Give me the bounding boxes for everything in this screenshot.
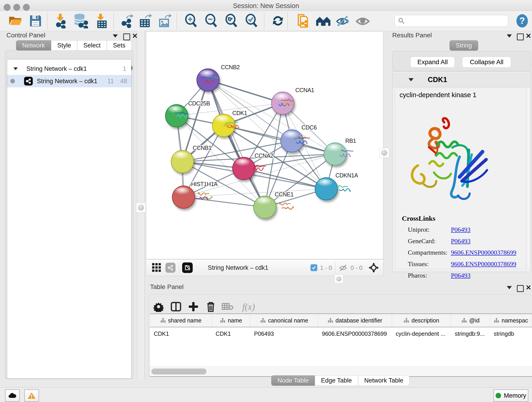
column-header-canonical-name[interactable]: canonical name (250, 314, 318, 327)
show-all-button[interactable] (355, 13, 371, 29)
grid-view-icon[interactable] (152, 263, 162, 273)
tab-string[interactable]: String (450, 40, 478, 51)
crosslink-row: Pharos:P06493 (408, 272, 522, 279)
status-bar: Memory (0, 387, 532, 402)
export-image-button[interactable] (157, 13, 173, 29)
table-row[interactable]: CDK1CDK1P064939606.ENSP00000378699cyclin… (150, 327, 532, 340)
crosslink-value-link[interactable]: 9606.ENSP00000378699 (451, 249, 516, 256)
warnings-button[interactable] (24, 389, 39, 402)
expand-all-button[interactable]: Expand All (410, 57, 455, 68)
tab-style[interactable]: Style (51, 40, 77, 51)
fit-content-crosshair-icon[interactable] (368, 262, 379, 273)
collapse-all-button[interactable]: Collapse All (462, 57, 511, 68)
tab-select[interactable]: Select (77, 40, 107, 51)
network-node-CDK1[interactable]: CDK1 (212, 110, 247, 137)
column-header-shared-name[interactable]: shared name (150, 314, 212, 327)
column-header-database-identifier[interactable]: database identifier (318, 314, 392, 327)
collection-expand-caret-icon[interactable] (13, 67, 18, 70)
zoom-in-button[interactable] (183, 13, 199, 29)
zoom-selected-button[interactable] (244, 13, 260, 29)
results-panel-float-icon[interactable] (517, 33, 524, 40)
cloud-button[interactable] (5, 389, 20, 402)
crosslink-row: Compartments:9606.ENSP00000378699 (408, 249, 522, 256)
table-panel-float-icon[interactable] (517, 285, 524, 292)
control-panel-menu-icon[interactable] (113, 34, 118, 38)
crosslink-value-link[interactable]: P06493 (451, 226, 471, 233)
network-edge[interactable] (208, 80, 265, 207)
delete-column-button[interactable] (203, 299, 218, 314)
table-cell[interactable]: CDK1 (150, 327, 212, 340)
table-tab-edge-table[interactable]: Edge Table (315, 375, 358, 386)
crosslink-value-link[interactable]: 9606.ENSP00000378699 (451, 260, 516, 268)
save-session-button[interactable] (27, 13, 44, 29)
network-row[interactable]: String Network – cdk1 11 48 (7, 75, 131, 87)
network-collection-row[interactable]: String Network – cdk1 1 (7, 63, 131, 75)
results-scrollbar[interactable] (527, 88, 530, 269)
search-input[interactable] (405, 17, 504, 25)
function-builder-button[interactable]: f(x) (238, 299, 259, 314)
warning-icon (27, 392, 36, 399)
column-header-name[interactable]: name (212, 314, 250, 327)
table-cell[interactable]: cyclin-dependent ... (392, 327, 451, 340)
network-node-HIST1H1A[interactable]: HIST1H1A (172, 181, 218, 208)
delete-table-button[interactable] (220, 299, 235, 314)
tab-network[interactable]: Network (16, 40, 51, 51)
gene-collapse-caret-icon[interactable] (409, 78, 413, 81)
network-canvas[interactable]: CCNB2CCNA1CDC25BCDK1CDC6RB1CCNB1CCNA2CDK… (146, 31, 383, 259)
network-edge[interactable] (224, 125, 335, 154)
column-header-description[interactable]: description (392, 314, 451, 327)
search-box[interactable] (394, 15, 508, 27)
export-network-button[interactable] (119, 13, 135, 29)
export-table-button[interactable] (138, 13, 153, 29)
table-cell[interactable]: 9606.ENSP00000378699 (318, 327, 392, 340)
column-header--id[interactable]: @id (451, 314, 490, 327)
network-node-CCNA1[interactable]: CCNA1 (272, 87, 314, 114)
table-tab-node-table[interactable]: Node Table (271, 375, 315, 386)
string-view-icon[interactable] (165, 263, 176, 273)
zoom-out-button[interactable] (203, 13, 220, 29)
birdseye-view-icon[interactable] (182, 262, 193, 273)
network-node-CDKN1A[interactable]: CDKN1A (315, 172, 358, 200)
table-cell[interactable]: P06493 (250, 327, 318, 340)
eye-icon (355, 14, 370, 27)
network-edge[interactable] (184, 197, 265, 207)
import-network-from-file-button[interactable] (52, 13, 68, 29)
save-floppy-icon (29, 14, 42, 27)
left-splitter-handle[interactable] (136, 203, 146, 212)
right-splitter-handle[interactable] (380, 148, 389, 158)
hide-selected-button[interactable] (335, 13, 351, 29)
tab-sets[interactable]: Sets (107, 40, 132, 51)
network-node-RB1[interactable]: RB1 (324, 138, 356, 165)
table-panel-close-icon[interactable]: ✕ (526, 284, 531, 291)
results-panel-menu-icon[interactable] (507, 34, 512, 38)
network-edge[interactable] (208, 80, 283, 103)
help-button[interactable]: ? (514, 13, 530, 29)
table-options-gear-button[interactable] (151, 299, 166, 314)
first-neighbors-button[interactable] (315, 13, 331, 29)
gene-header-row[interactable]: CDK1 (393, 73, 531, 87)
select-columns-button[interactable] (169, 299, 183, 314)
open-session-button[interactable] (7, 13, 23, 29)
import-network-from-database-button[interactable] (72, 13, 89, 29)
bottom-splitter-handle[interactable] (335, 274, 343, 283)
add-column-button[interactable] (186, 299, 201, 314)
crosslink-value-link[interactable]: P06493 (451, 272, 471, 279)
table-tab-network-table[interactable]: Network Table (358, 375, 410, 386)
results-panel-close-icon[interactable]: ✕ (526, 32, 531, 39)
control-panel-float-icon[interactable] (123, 33, 130, 40)
selected-checkbox-icon[interactable] (310, 264, 317, 271)
zoom-fit-button[interactable] (224, 13, 240, 29)
import-table-from-file-button[interactable] (93, 13, 109, 29)
memory-button[interactable]: Memory (494, 389, 528, 402)
table-panel-menu-icon[interactable] (507, 286, 512, 289)
column-header-namespac[interactable]: namespac (490, 314, 532, 327)
crosslink-label: Uniprot: (408, 226, 451, 233)
table-cell[interactable]: stringdb (490, 327, 532, 340)
table-cell[interactable]: stringdb:9... (451, 327, 490, 340)
network-node-CDC25B[interactable]: CDC25B (165, 100, 210, 127)
refresh-view-button[interactable] (270, 13, 286, 29)
duplicate-network-button[interactable] (295, 13, 311, 29)
scrollbar-thumb[interactable] (152, 369, 206, 375)
table-cell[interactable]: CDK1 (212, 327, 250, 340)
crosslink-value-link[interactable]: P06493 (451, 237, 471, 245)
